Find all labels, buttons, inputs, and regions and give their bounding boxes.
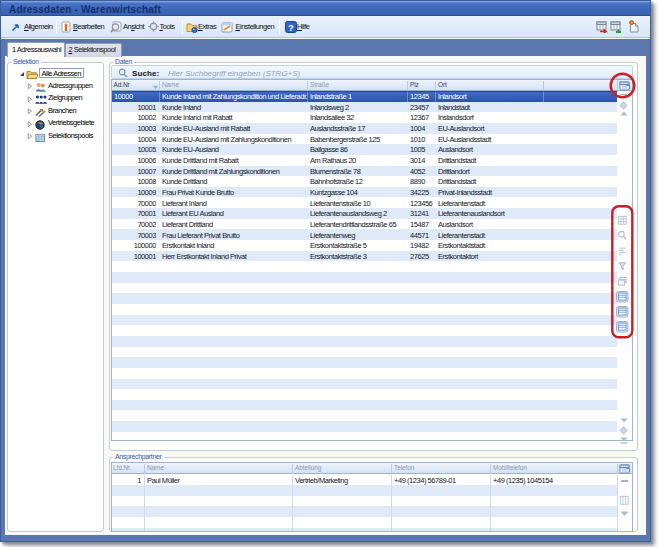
svg-text:?: ?: [288, 21, 294, 32]
